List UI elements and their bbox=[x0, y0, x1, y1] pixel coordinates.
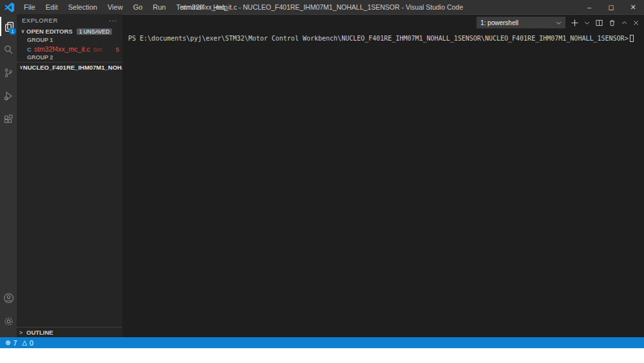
error-count[interactable]: 7 bbox=[13, 339, 17, 347]
unsaved-badge: 1 UNSAVED bbox=[77, 28, 113, 35]
errors-icon[interactable]: ⊗ bbox=[5, 339, 10, 346]
open-editors-group-label: GROUP 1 bbox=[17, 36, 122, 44]
new-terminal-icon[interactable] bbox=[571, 19, 578, 26]
panel-header: 1: powershell bbox=[122, 15, 644, 30]
file-name: stm32f4xx_mc_it.c bbox=[34, 45, 90, 53]
search-icon[interactable] bbox=[0, 40, 17, 59]
terminal-prompt: PS E:\documents\pyj\exer\STM32\Motor Con… bbox=[128, 35, 629, 42]
source-control-icon[interactable] bbox=[0, 63, 17, 83]
close-button[interactable]: ✕ bbox=[622, 0, 644, 14]
sidebar-more-actions-icon[interactable]: ··· bbox=[109, 17, 118, 24]
menu-terminal[interactable]: Terminal bbox=[172, 2, 208, 12]
minimize-button[interactable]: – bbox=[578, 0, 600, 14]
open-editors-list: GROUP 1Cstm32f4xx_mc_it.cSrc5GROUP 2 bbox=[17, 36, 122, 62]
terminal-output[interactable]: PS E:\documents\pyj\exer\STM32\Motor Con… bbox=[122, 30, 644, 337]
explorer-badge: 1 bbox=[9, 28, 16, 35]
menu-file[interactable]: File bbox=[19, 2, 40, 12]
outline-label: OUTLINE bbox=[26, 329, 53, 336]
sidebar-header: EXPLORER ··· bbox=[17, 14, 122, 26]
shell-select-value: 1: powershell bbox=[480, 19, 518, 26]
chevron-down-icon bbox=[556, 20, 562, 26]
menu-help[interactable]: Help bbox=[209, 2, 232, 12]
window-controls: – ◻ ✕ bbox=[578, 0, 644, 14]
explorer-sidebar: EXPLORER ··· ∨ OPEN EDITORS 1 UNSAVED GR… bbox=[17, 14, 122, 337]
menu-bar: FileEditSelectionViewGoRunTerminalHelp bbox=[19, 2, 232, 12]
problem-count-badge: 5 bbox=[113, 46, 119, 53]
file-description: Src bbox=[93, 46, 102, 53]
settings-gear-icon[interactable] bbox=[0, 311, 17, 331]
open-editors-label: OPEN EDITORS bbox=[26, 28, 73, 35]
warning-count[interactable]: 0 bbox=[30, 339, 33, 347]
open-editor-item[interactable]: Cstm32f4xx_mc_it.cSrc5 bbox=[17, 44, 122, 54]
run-debug-icon[interactable] bbox=[0, 86, 17, 106]
vscode-window: FileEditSelectionViewGoRunTerminalHelp s… bbox=[0, 0, 644, 348]
menu-selection[interactable]: Selection bbox=[64, 2, 102, 12]
open-editors-header[interactable]: ∨ OPEN EDITORS 1 UNSAVED bbox=[17, 26, 122, 36]
chevron-down-icon[interactable] bbox=[584, 20, 590, 26]
menu-run[interactable]: Run bbox=[148, 2, 170, 12]
activity-bar: 1 bbox=[0, 14, 17, 337]
account-icon[interactable] bbox=[0, 288, 17, 308]
status-bar: ⊗ 7 △ 0 bbox=[0, 337, 644, 348]
open-editors-group-label: GROUP 2 bbox=[17, 54, 122, 62]
editor-area: 1: powershell bbox=[122, 14, 644, 337]
explorer-icon[interactable]: 1 bbox=[0, 17, 17, 36]
chevron-right-icon: > bbox=[19, 329, 26, 336]
kill-terminal-trash-icon[interactable] bbox=[609, 19, 616, 26]
menu-go[interactable]: Go bbox=[129, 2, 147, 12]
menu-view[interactable]: View bbox=[103, 2, 128, 12]
split-terminal-icon[interactable] bbox=[596, 19, 603, 26]
menu-edit[interactable]: Edit bbox=[41, 2, 62, 12]
vscode-logo-icon bbox=[5, 3, 14, 12]
warnings-icon[interactable]: △ bbox=[22, 339, 27, 346]
c-file-icon: C bbox=[27, 46, 32, 53]
extensions-icon[interactable] bbox=[0, 110, 17, 129]
project-root-label: NUCLEO_F401RE_IHM07M1_NOHALL_1S... bbox=[23, 64, 122, 71]
close-panel-icon[interactable] bbox=[633, 20, 639, 26]
maximize-panel-icon[interactable] bbox=[621, 20, 627, 26]
shell-select[interactable]: 1: powershell bbox=[477, 17, 565, 28]
title-bar: FileEditSelectionViewGoRunTerminalHelp s… bbox=[0, 0, 644, 14]
terminal-actions: 1: powershell bbox=[477, 17, 639, 28]
terminal-panel: 1: powershell bbox=[122, 14, 644, 337]
project-root-header[interactable]: ∨ NUCLEO_F401RE_IHM07M1_NOHALL_1S... bbox=[17, 62, 122, 72]
maximize-button[interactable]: ◻ bbox=[600, 0, 622, 14]
terminal-cursor bbox=[630, 35, 634, 42]
sidebar-title: EXPLORER bbox=[22, 17, 58, 24]
outline-section[interactable]: > OUTLINE bbox=[17, 327, 122, 337]
chevron-down-icon: ∨ bbox=[19, 28, 26, 34]
